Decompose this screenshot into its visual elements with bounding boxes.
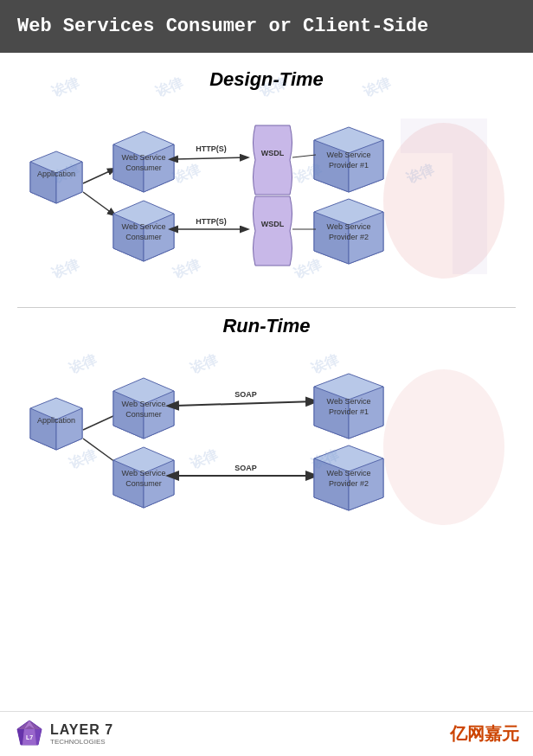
design-time-diagram: Application Web Service Consumer Web Ser… xyxy=(17,101,516,300)
footer-logo-text-container: LAYER 7 TECHNOLOGIES xyxy=(50,722,113,746)
provider-cube-2-runtime: Web Service Provider #2 xyxy=(314,445,383,510)
app-rt-arrow2 xyxy=(83,439,115,462)
wsdl-label-2-design: WSDL xyxy=(261,220,285,228)
footer-logo-name: LAYER 7 xyxy=(50,722,113,738)
provider-label-2-runtime: Web Service xyxy=(327,469,371,477)
app-cube-runtime: Application xyxy=(30,398,82,450)
footer-logo-sub: TECHNOLOGIES xyxy=(50,738,113,746)
consumer-cube-2-runtime: Web Service Consumer xyxy=(113,447,174,508)
wsdl-2-design: WSDL xyxy=(254,196,292,266)
run-time-title: Run-Time xyxy=(17,315,516,337)
provider-label-2b-runtime: Provider #2 xyxy=(329,479,369,488)
main-content: 诶律 诶律 诶律 诶律 诶律 诶律 诶律 诶律 诶律 诶律 诶律 诶律 诶律 诶… xyxy=(0,53,533,748)
consumer-label-1-runtime: Web Service xyxy=(122,400,166,408)
consumer-label-1b-runtime: Consumer xyxy=(125,410,162,419)
consumer-label-1b-design: Consumer xyxy=(125,163,162,172)
provider-label-1b-design: Provider #1 xyxy=(329,161,369,170)
consumer-label-2-design: Web Service xyxy=(122,222,166,231)
footer: L7 LAYER 7 TECHNOLOGIES 亿网嘉元 xyxy=(0,711,533,756)
provider-label-1-design: Web Service xyxy=(327,151,371,159)
http-label-1-design: HTTP(S) xyxy=(196,144,227,153)
app-cube-design: Application xyxy=(30,151,82,203)
svg-text:L7: L7 xyxy=(26,734,33,740)
provider-cube-1-design: Web Service Provider #1 xyxy=(314,127,383,192)
consumer-cube-1-design: Web Service Consumer xyxy=(113,131,174,192)
page-title: Web Services Consumer or Client-Side xyxy=(17,16,428,37)
provider-cube-1-runtime: Web Service Provider #1 xyxy=(314,374,383,439)
wsdl-label-1-design: WSDL xyxy=(261,149,285,157)
http-arrow-1-design xyxy=(176,157,247,159)
consumer-label-2b-design: Consumer xyxy=(125,233,162,241)
app-arrow2 xyxy=(83,192,115,215)
provider-cube-2-design: Web Service Provider #2 xyxy=(314,199,383,264)
header: Web Services Consumer or Client-Side xyxy=(0,0,533,53)
soap-label-1-runtime: SOAP xyxy=(234,390,257,399)
provider-label-2b-design: Provider #2 xyxy=(329,233,369,241)
consumer-label-1-design: Web Service xyxy=(122,153,166,162)
consumer-label-2-runtime: Web Service xyxy=(122,469,166,477)
provider-label-1-runtime: Web Service xyxy=(327,397,371,406)
divider xyxy=(17,307,516,308)
consumer-label-2b-runtime: Consumer xyxy=(125,479,162,488)
run-time-svg: Application Web Service Consumer Web Ser… xyxy=(20,348,513,547)
run-time-diagram: Application Web Service Consumer Web Ser… xyxy=(17,348,516,547)
wsdl-provider-arrow-1 xyxy=(292,155,316,157)
soap-arrow-1-runtime xyxy=(176,401,316,406)
consumer-cube-1-runtime: Web Service Consumer xyxy=(113,378,174,439)
design-time-svg: Application Web Service Consumer Web Ser… xyxy=(20,101,513,300)
app-label-design: Application xyxy=(37,170,75,178)
soap-label-2-runtime: SOAP xyxy=(234,464,257,472)
design-time-title: Design-Time xyxy=(17,68,516,91)
wsdl-1-design: WSDL xyxy=(254,125,292,195)
footer-logo: L7 LAYER 7 TECHNOLOGIES xyxy=(14,719,113,750)
consumer-cube-2-design: Web Service Consumer xyxy=(113,201,174,261)
provider-label-1b-runtime: Provider #1 xyxy=(329,407,369,416)
bg-decor-rt-1 xyxy=(383,369,504,525)
http-label-2-design: HTTP(S) xyxy=(196,217,227,226)
footer-brand: 亿网嘉元 xyxy=(450,722,519,746)
layer7-logo-icon: L7 xyxy=(14,719,45,750)
provider-label-2-design: Web Service xyxy=(327,222,371,231)
app-rt-arrow1 xyxy=(83,415,115,430)
app-label-runtime: Application xyxy=(37,416,75,425)
app-arrow1 xyxy=(83,169,115,183)
